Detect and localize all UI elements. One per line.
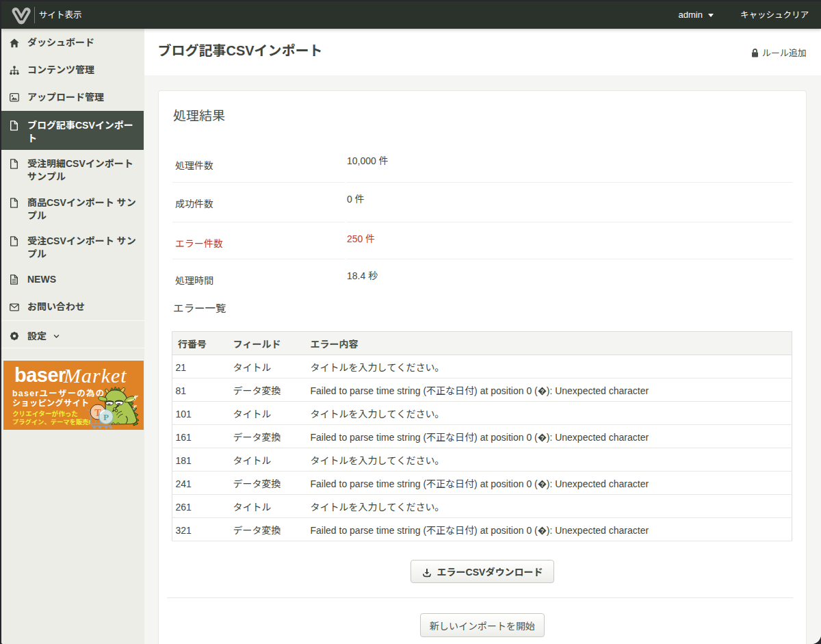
svg-text:?: ?: [540, 528, 544, 534]
svg-text:baser: baser: [14, 364, 66, 386]
svg-text:ショッピングサイト: ショッピングサイト: [12, 398, 89, 408]
svg-text:Market: Market: [63, 364, 127, 387]
svg-text:?: ?: [540, 435, 544, 441]
svg-text:クリエイターが作った: クリエイターが作った: [12, 410, 78, 417]
svg-text:プラグイン、テーマを販売!: プラグイン、テーマを販売!: [12, 418, 90, 426]
svg-text:?: ?: [540, 388, 544, 395]
svg-text:?: ?: [540, 481, 544, 488]
svg-text:P: P: [103, 412, 109, 422]
svg-text:baserユーザーの為の: baserユーザーの為の: [12, 389, 105, 398]
